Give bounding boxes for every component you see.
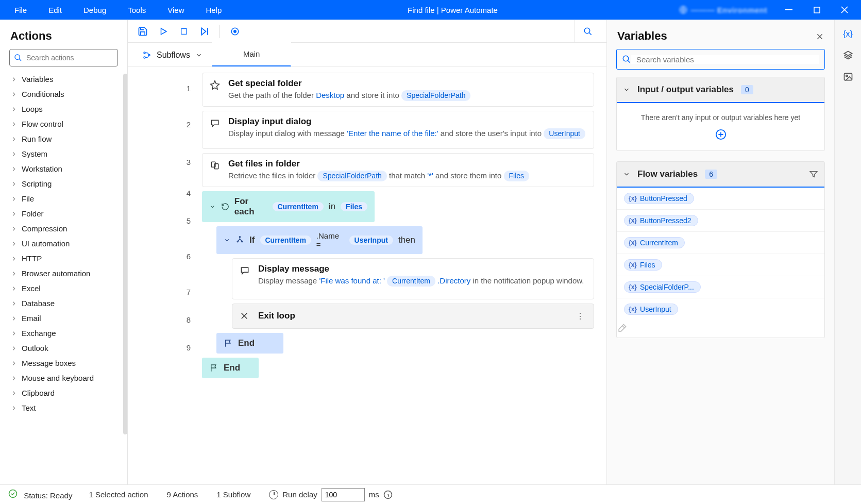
action-category[interactable]: Exchange xyxy=(0,326,127,341)
status-ready: Status: Ready xyxy=(24,491,72,500)
action-category[interactable]: Outlook xyxy=(0,341,127,356)
window-close[interactable] xyxy=(831,0,858,20)
flow-variable-row[interactable]: {x}UserInput xyxy=(617,298,824,320)
action-category[interactable]: HTTP xyxy=(0,251,127,266)
variables-search-input[interactable] xyxy=(631,55,819,64)
erase-icon[interactable] xyxy=(617,323,824,333)
action-category[interactable]: Workstation xyxy=(0,161,127,176)
action-category[interactable]: Scripting xyxy=(0,176,127,191)
step-for-each[interactable]: For each CurrentItem in Files xyxy=(202,191,375,222)
chevron-down-icon[interactable] xyxy=(623,86,630,93)
menu-help[interactable]: Help xyxy=(201,2,227,19)
menu-view[interactable]: View xyxy=(162,2,189,19)
flow-variables-count: 6 xyxy=(705,170,717,179)
action-category[interactable]: Variables xyxy=(0,72,127,87)
images-rail-button[interactable] xyxy=(843,72,853,82)
step-title: End xyxy=(224,363,240,373)
flow-variable-row[interactable]: {x}ButtonPressed2 xyxy=(617,209,824,231)
action-category[interactable]: Email xyxy=(0,311,127,326)
action-category[interactable]: Compression xyxy=(0,221,127,236)
add-io-variable-button[interactable] xyxy=(627,129,814,140)
action-category[interactable]: Mouse and keyboard xyxy=(0,371,127,385)
flow-variable-row[interactable]: {x}Files xyxy=(617,254,824,276)
step-title: Get special folder xyxy=(228,78,470,89)
run-button[interactable] xyxy=(155,23,172,40)
info-icon[interactable] xyxy=(383,490,393,499)
action-category[interactable]: Conditionals xyxy=(0,87,127,102)
actions-search-input[interactable] xyxy=(22,54,116,62)
variables-header: Variables xyxy=(617,29,667,43)
record-button[interactable] xyxy=(226,23,244,40)
action-category[interactable]: Loops xyxy=(0,102,127,116)
variables-search[interactable] xyxy=(616,49,825,70)
action-category[interactable]: Flow control xyxy=(0,116,127,131)
menu-file[interactable]: File xyxy=(9,2,32,19)
menu-edit[interactable]: Edit xyxy=(43,2,67,19)
loop-icon xyxy=(221,202,229,211)
message-icon xyxy=(210,118,221,128)
actions-search[interactable] xyxy=(9,49,118,66)
action-category[interactable]: Run flow xyxy=(0,131,127,146)
action-category[interactable]: UI automation xyxy=(0,236,127,251)
line-number: 2 xyxy=(128,104,200,145)
close-variables-button[interactable] xyxy=(816,29,824,43)
layers-rail-button[interactable] xyxy=(843,50,853,60)
window-maximize[interactable] xyxy=(803,0,830,20)
step-display-input-dialog[interactable]: Display input dialog Display input dialo… xyxy=(202,111,594,149)
line-number: 8 xyxy=(128,306,200,333)
line-number: 1 xyxy=(128,73,200,104)
svg-point-3 xyxy=(15,55,20,59)
step-title: Get files in folder xyxy=(228,159,529,169)
action-category[interactable]: Folder xyxy=(0,206,127,221)
titlebar: File Edit Debug Tools View Help Find fil… xyxy=(0,0,861,20)
step-get-special-folder[interactable]: Get special folder Get the path of the f… xyxy=(202,73,594,107)
svg-point-20 xyxy=(9,490,17,498)
action-category[interactable]: Excel xyxy=(0,281,127,296)
step-desc: Display input dialog with message 'Enter… xyxy=(228,128,585,139)
run-delay-unit: ms xyxy=(369,490,379,499)
step-end-if[interactable]: End xyxy=(216,333,283,354)
step-display-message[interactable]: Display message Display message 'File wa… xyxy=(232,258,594,299)
flow-variable-row[interactable]: {x}ButtonPressed xyxy=(617,188,824,209)
svg-point-14 xyxy=(237,241,238,242)
line-number: 6 xyxy=(128,234,200,278)
action-category[interactable]: Clipboard xyxy=(0,385,127,400)
statusbar: Status: Ready 1 Selected action 9 Action… xyxy=(0,484,861,504)
filter-button[interactable] xyxy=(809,170,818,179)
star-icon xyxy=(210,80,221,90)
action-category[interactable]: Browser automation xyxy=(0,266,127,281)
step-desc: Get the path of the folder Desktop and s… xyxy=(228,90,470,101)
run-delay-input[interactable] xyxy=(322,488,365,501)
chevron-down-icon[interactable] xyxy=(623,171,630,178)
variables-rail-button[interactable]: {x} xyxy=(843,29,853,39)
menu-debug[interactable]: Debug xyxy=(78,2,111,19)
save-button[interactable] xyxy=(134,23,151,40)
flow-variable-row[interactable]: {x}CurrentItem xyxy=(617,231,824,254)
action-category[interactable]: File xyxy=(0,191,127,206)
action-category[interactable]: Message boxes xyxy=(0,356,127,371)
step-title: If xyxy=(249,235,255,245)
menu-tools[interactable]: Tools xyxy=(123,2,151,19)
tab-main[interactable]: Main xyxy=(212,42,292,66)
action-category[interactable]: Text xyxy=(0,400,127,415)
io-variables-panel: Input / output variables 0 There aren't … xyxy=(616,77,825,151)
toolbar xyxy=(128,20,606,43)
step-end-foreach[interactable]: End xyxy=(202,358,259,378)
svg-point-15 xyxy=(242,241,243,242)
step-get-files-in-folder[interactable]: Get files in folder Retrieve the files i… xyxy=(202,153,594,187)
flow-steps: Get special folder Get the path of the f… xyxy=(200,66,606,484)
action-category[interactable]: Database xyxy=(0,296,127,311)
step-if[interactable]: If CurrentItem .Name = UserInput then xyxy=(216,226,423,254)
step-exit-loop[interactable]: Exit loop ⋮ xyxy=(232,304,594,329)
window-minimize[interactable] xyxy=(775,0,802,20)
search-flow-button[interactable] xyxy=(575,20,600,43)
stop-button[interactable] xyxy=(175,23,193,40)
action-category[interactable]: System xyxy=(0,146,127,161)
flow-variable-row[interactable]: {x}SpecialFolderP... xyxy=(617,276,824,298)
step-more-menu[interactable]: ⋮ xyxy=(574,309,586,323)
step-button[interactable] xyxy=(196,23,213,40)
subflows-dropdown[interactable]: Subflows xyxy=(133,44,212,66)
line-number: 7 xyxy=(128,278,200,306)
right-rail: {x} xyxy=(834,20,861,484)
svg-point-6 xyxy=(234,30,237,32)
